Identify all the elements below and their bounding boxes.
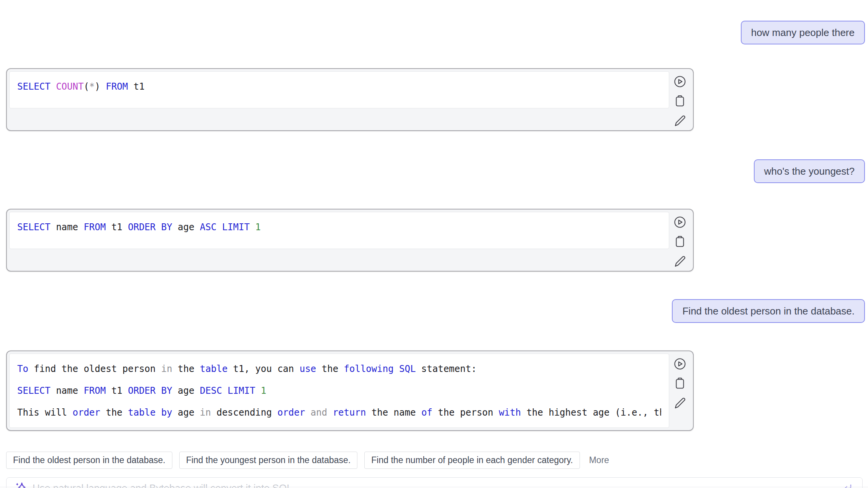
- edit-sql-button[interactable]: [673, 396, 687, 410]
- clipboard-icon: [673, 94, 687, 108]
- play-circle-icon: [673, 357, 687, 371]
- edit-sql-button[interactable]: [673, 254, 687, 269]
- edit-sql-button[interactable]: [673, 113, 687, 128]
- more-suggestions-button[interactable]: More: [587, 452, 611, 468]
- run-query-button[interactable]: [673, 215, 687, 229]
- pencil-icon: [673, 114, 687, 128]
- sql-code-line: SELECT COUNT(*) FROM t1: [17, 80, 661, 93]
- suggestion-chip[interactable]: Find the youngest person in the database…: [179, 452, 358, 469]
- assistant-sql-block: SELECT name FROM t1 ORDER BY age ASC LIM…: [6, 209, 694, 272]
- prompt-input-bar: [6, 477, 863, 488]
- suggestion-chip[interactable]: Find the number of people in each gender…: [364, 452, 580, 469]
- ai-chat-panel: how many people there SELECT COUNT(*) FR…: [0, 0, 868, 488]
- user-message-bubble: who's the youngest?: [754, 159, 865, 183]
- sql-actions: [669, 354, 691, 410]
- suggestion-chip[interactable]: Find the oldest person in the database.: [6, 452, 172, 469]
- pencil-icon: [673, 254, 687, 268]
- assistant-sql-block: SELECT COUNT(*) FROM t1: [6, 68, 694, 131]
- user-message-bubble: Find the oldest person in the database.: [672, 299, 865, 323]
- user-message-row: who's the youngest?: [6, 159, 868, 183]
- user-message-row: Find the oldest person in the database.: [6, 299, 868, 323]
- page-divider: [0, 487, 868, 487]
- sql-code-area: To find the oldest person in the table t…: [9, 354, 669, 428]
- answer-text-line: To find the oldest person in the table t…: [17, 362, 661, 375]
- sql-code-line: SELECT name FROM t1 ORDER BY age DESC LI…: [17, 384, 661, 397]
- run-query-button[interactable]: [673, 357, 687, 371]
- copy-sql-button[interactable]: [673, 94, 687, 108]
- copy-sql-button[interactable]: [673, 234, 687, 249]
- sql-actions: [669, 71, 691, 128]
- clipboard-icon: [673, 377, 687, 390]
- play-circle-icon: [673, 75, 687, 88]
- copy-sql-button[interactable]: [673, 376, 687, 391]
- answer-text-line: This will order the table by age in desc…: [17, 406, 661, 419]
- sql-code-line: SELECT name FROM t1 ORDER BY age ASC LIM…: [17, 221, 661, 234]
- run-query-button[interactable]: [673, 74, 687, 89]
- assistant-sql-block: To find the oldest person in the table t…: [6, 350, 694, 431]
- sql-code-area: SELECT COUNT(*) FROM t1: [9, 71, 669, 108]
- sql-actions: [669, 212, 691, 269]
- user-message-bubble: how many people there: [741, 21, 865, 44]
- user-message-row: how many people there: [6, 21, 868, 44]
- sql-code-area: SELECT name FROM t1 ORDER BY age ASC LIM…: [9, 212, 669, 249]
- clipboard-icon: [673, 235, 687, 249]
- play-circle-icon: [673, 215, 687, 229]
- pencil-icon: [673, 396, 687, 410]
- suggestion-chips-row: Find the oldest person in the database. …: [6, 452, 868, 469]
